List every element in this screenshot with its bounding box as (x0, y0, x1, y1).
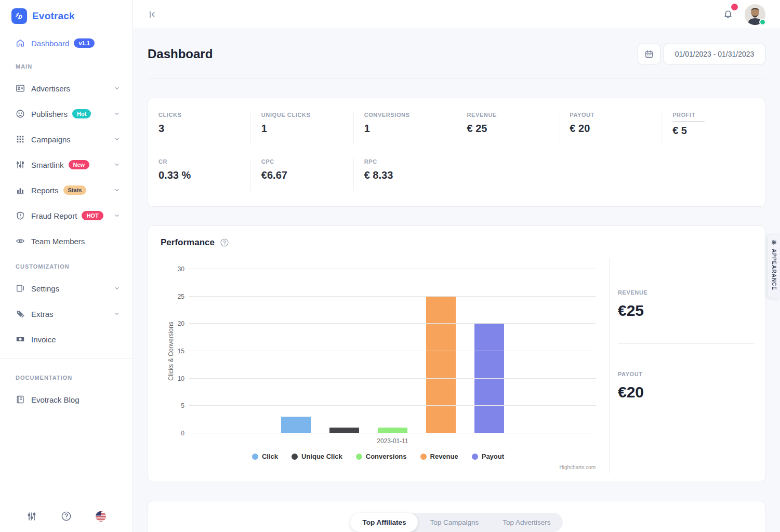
sidebar-item-label: Team Members (31, 237, 85, 246)
tab-top-campaigns[interactable]: Top Campaigns (418, 513, 491, 532)
chevron-down-icon (114, 187, 120, 193)
sidebar-item-dashboard[interactable]: Dashboard v1.1 (16, 38, 120, 48)
bell-icon (723, 9, 733, 20)
legend-item-conversions[interactable]: Conversions (356, 453, 407, 460)
stat-profit: PROFIT € 5 (662, 112, 765, 144)
stat-rpc: RPC € 8.33 (354, 158, 457, 191)
x-axis-label: 2023-01-11 (189, 437, 596, 445)
help-circle-icon[interactable] (220, 238, 229, 247)
new-badge: New (69, 160, 90, 169)
banknote-icon (16, 335, 25, 344)
sidebar-item-label: Fraud Report (31, 211, 77, 220)
top-lists-card: Top Affiliates Top Campaigns Top Adverti… (148, 501, 765, 532)
top-lists-tab-group: Top Affiliates Top Campaigns Top Adverti… (350, 513, 562, 532)
chevron-down-icon (114, 285, 120, 291)
gridline (189, 269, 596, 269)
id-card-icon (16, 84, 25, 93)
revenue-value: €25 (618, 302, 755, 320)
sidebar-item-label: Publishers (31, 110, 68, 118)
sidebar-footer (0, 500, 133, 532)
stat-label: REVENUE (467, 112, 548, 118)
sidebar-section-customization: CUSTOMIZATION (16, 263, 120, 270)
tab-top-affiliates[interactable]: Top Affiliates (350, 513, 418, 532)
sidebar-divider (0, 358, 133, 359)
legend-item-click[interactable]: Click (252, 453, 278, 460)
brand-logo[interactable]: Evotrack (0, 0, 133, 24)
legend-label: Conversions (366, 453, 407, 460)
notifications-button[interactable] (723, 9, 733, 20)
hot-badge: HOT (82, 211, 103, 220)
legend-item-revenue[interactable]: Revenue (420, 453, 458, 460)
chart-bars (189, 269, 596, 433)
calendar-button[interactable] (638, 44, 660, 64)
stat-value: € 8.33 (364, 169, 446, 181)
sidebar-section-main: MAIN (16, 63, 120, 70)
app-root: Evotrack Dashboard v1.1 MAIN Advertisers (0, 0, 780, 532)
gridline (189, 296, 596, 297)
highcharts-credit[interactable]: Highcharts.com (560, 464, 596, 470)
sidebar-section-documentation: DOCUMENTATION (16, 375, 120, 381)
legend-label: Payout (482, 453, 504, 460)
sidebar-item-evotrack-blog[interactable]: Evotrack Blog (16, 393, 120, 406)
tag-icon (16, 309, 25, 318)
date-range-input[interactable] (664, 44, 765, 64)
panel-divider (618, 343, 755, 344)
stat-conversions: CONVERSIONS 1 (354, 112, 457, 144)
sidebar-item-campaigns[interactable]: Campaigns (16, 132, 120, 146)
sidebar: Evotrack Dashboard v1.1 MAIN Advertisers (0, 0, 133, 532)
smiley-icon (16, 109, 25, 118)
bar-click (281, 417, 311, 433)
stat-value: 1 (261, 123, 343, 135)
sidebar-item-invoice[interactable]: Invoice (16, 332, 120, 346)
sidebar-item-reports[interactable]: Reports Stats (16, 183, 120, 197)
brand-name: Evotrack (32, 10, 75, 22)
revenue-label: REVENUE (618, 289, 755, 296)
profit-underline (672, 122, 705, 122)
stat-value: 0.33 % (158, 169, 240, 181)
sidebar-item-extras[interactable]: Extras (16, 307, 120, 321)
avatar[interactable] (745, 4, 765, 25)
tab-top-advertisers[interactable]: Top Advertisers (491, 513, 562, 532)
stat-label: UNIQUE CLICKS (261, 112, 343, 118)
performance-card: Performance Clicks & Conversions 0510152… (148, 225, 765, 482)
stat-label: PROFIT (672, 112, 755, 118)
y-tick-label: 0 (167, 430, 184, 437)
chevron-down-icon (114, 136, 120, 142)
sidebar-item-smartlink[interactable]: Smartlink New (16, 158, 120, 171)
y-tick-label: 10 (167, 375, 184, 382)
appearance-label: APPEARANCE (771, 249, 777, 290)
sidebar-item-advertisers[interactable]: Advertisers (16, 82, 120, 95)
y-tick-label: 25 (167, 293, 184, 300)
sidebar-item-settings[interactable]: Settings (16, 282, 120, 295)
help-icon[interactable] (61, 511, 72, 522)
stat-label: CLICKS (158, 112, 240, 118)
appearance-panel-toggle[interactable]: APPEARANCE (767, 234, 780, 298)
performance-summary-panel: REVENUE €25 PAYOUT €20 (609, 258, 765, 473)
collapse-sidebar-icon[interactable] (148, 10, 157, 19)
y-tick-label: 15 (167, 348, 184, 355)
sidebar-item-label: Campaigns (31, 135, 71, 144)
legend-label: Unique Click (301, 453, 342, 460)
stat-value: € 5 (672, 125, 755, 137)
sidebar-item-team-members[interactable]: Team Members (16, 234, 120, 248)
legend-item-unique-click[interactable]: Unique Click (292, 453, 342, 460)
stat-cpc: CPC €6.67 (251, 158, 354, 191)
stat-payout: PAYOUT € 20 (559, 112, 662, 144)
header-divider (148, 78, 765, 78)
gridline (189, 405, 596, 406)
bar-chart-icon (16, 185, 25, 195)
equalizer-icon[interactable] (27, 511, 37, 522)
chevron-down-icon (114, 311, 120, 317)
legend-label: Revenue (430, 453, 458, 460)
chevron-down-icon (114, 212, 120, 219)
stat-label: CR (158, 158, 240, 165)
y-tick-label: 5 (167, 402, 184, 409)
sidebar-item-fraud-report[interactable]: Fraud Report HOT (16, 209, 120, 222)
hot-badge: Hot (72, 109, 91, 118)
sidebar-item-publishers[interactable]: Publishers Hot (16, 107, 120, 121)
stats-card: CLICKS 3 UNIQUE CLICKS 1 CONVERSIONS 1 R… (148, 98, 765, 207)
home-icon (16, 38, 25, 48)
payout-label: PAYOUT (618, 371, 755, 377)
legend-item-payout[interactable]: Payout (472, 453, 504, 460)
us-flag-icon[interactable] (96, 511, 106, 522)
